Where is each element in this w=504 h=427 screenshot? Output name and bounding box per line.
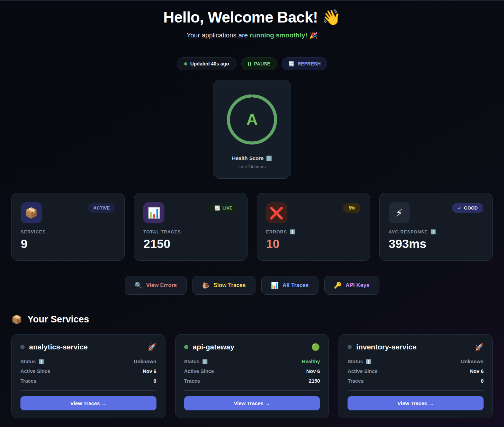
stat-label-avg-response: AVG RESPONSE ℹ️ — [389, 229, 483, 234]
status-value: Unknown — [461, 359, 484, 364]
health-score-label: Health Score — [232, 155, 264, 161]
all-traces-label: All Traces — [282, 282, 309, 288]
stat-label-services: SERVICES — [21, 229, 115, 234]
status-label: Status — [184, 359, 199, 364]
page-title: Hello, Welcome Back! 👋 — [11, 8, 493, 26]
service-status-row: Statusℹ️ Unknown — [348, 359, 484, 364]
service-status-row: Statusℹ️ Healthy — [184, 359, 320, 364]
bar-chart-icon: 📊 — [271, 282, 279, 289]
divider — [20, 390, 156, 391]
view-traces-button[interactable]: View Traces → — [348, 396, 484, 410]
live-badge-label: LIVE — [223, 205, 233, 211]
subtitle-highlight: running smoothly! — [250, 32, 307, 39]
stat-card-services: 📦 ACTIVE SERVICES 9 — [11, 193, 125, 261]
traces-value: 0 — [154, 378, 156, 384]
active-badge: ACTIVE — [88, 203, 116, 213]
pause-button[interactable]: PAUSE — [241, 57, 277, 70]
status-key: Statusℹ️ — [348, 359, 371, 364]
service-traces-row: Traces 0 — [20, 378, 156, 384]
updated-dot-icon — [184, 62, 187, 65]
view-traces-button[interactable]: View Traces → — [184, 396, 320, 410]
service-status-row: Statusℹ️ Unknown — [20, 359, 156, 364]
package-icon: 📦 — [11, 314, 22, 324]
page-subtitle: Your applications are running smoothly! … — [11, 31, 493, 39]
info-icon[interactable]: ℹ️ — [202, 359, 208, 364]
traces-label: Traces — [20, 378, 36, 384]
active-since-value: Nov 6 — [143, 368, 156, 374]
service-active-since-row: Active Since Nov 6 — [20, 368, 156, 374]
stat-card-errors: ❌ 5% ERRORS ℹ️ 10 — [257, 193, 370, 261]
active-since-label: Active Since — [184, 368, 214, 374]
stat-label-text: TOTAL TRACES — [143, 229, 181, 234]
service-card-header: api-gateway 🟢 — [184, 343, 320, 351]
traces-value: 0 — [481, 378, 484, 384]
service-traces-row: Traces 0 — [348, 378, 484, 384]
info-icon[interactable]: ℹ️ — [430, 229, 436, 234]
green-circle-icon: 🟢 — [311, 343, 320, 351]
health-period: Last 24 hours — [238, 164, 266, 169]
error-rate-badge: 5% — [343, 203, 361, 213]
info-icon[interactable]: ℹ️ — [290, 229, 295, 234]
health-score-card: A Health Score ℹ️ Last 24 hours — [213, 80, 291, 179]
status-label: Status — [20, 359, 36, 364]
stat-label-text: ERRORS — [266, 229, 287, 234]
traces-label: Traces — [184, 378, 200, 384]
slow-traces-label: Slow Traces — [214, 282, 246, 288]
stat-top-row: 📦 ACTIVE — [21, 202, 115, 223]
status-value: Healthy — [302, 359, 320, 364]
dashboard-page: Hello, Welcome Back! 👋 Your applications… — [0, 1, 504, 418]
rocket-icon: 🚀 — [148, 343, 156, 351]
snail-icon: 🐌 — [202, 282, 210, 289]
hero-header: Hello, Welcome Back! 👋 Your applications… — [11, 1, 493, 39]
status-value: Unknown — [134, 359, 156, 364]
info-icon[interactable]: ℹ️ — [366, 359, 371, 364]
active-since-value: Nov 6 — [306, 368, 320, 374]
health-grade: A — [226, 94, 278, 145]
stat-label-text: AVG RESPONSE — [389, 229, 428, 234]
magnifier-icon: 🔍 — [135, 282, 142, 289]
service-card-header: analytics-service 🚀 — [20, 343, 156, 351]
refresh-button[interactable]: 🔄 REFRESH — [282, 57, 327, 70]
package-icon: 📦 — [21, 202, 42, 223]
service-card-analytics-service: analytics-service 🚀 Statusℹ️ Unknown Act… — [11, 334, 165, 418]
service-name: inventory-service — [356, 343, 470, 351]
bar-chart-icon: 📊 — [143, 202, 164, 223]
cross-mark-icon: ❌ — [266, 202, 287, 223]
active-since-value: Nov 6 — [470, 368, 484, 374]
party-icon: 🎉 — [307, 32, 317, 39]
info-icon[interactable]: ℹ️ — [266, 155, 272, 161]
stat-label-total-traces: TOTAL TRACES — [143, 229, 238, 234]
services-grid: analytics-service 🚀 Statusℹ️ Unknown Act… — [11, 334, 493, 418]
traces-value: 2150 — [309, 378, 320, 384]
status-bar: Updated 40s ago PAUSE 🔄 REFRESH — [11, 57, 493, 70]
services-section-header: 📦 Your Services — [11, 314, 493, 325]
stats-grid: 📦 ACTIVE SERVICES 9 📊 📈LIVE TOTAL TRACES… — [11, 193, 493, 261]
divider — [184, 390, 320, 391]
active-since-label: Active Since — [20, 368, 50, 374]
all-traces-button[interactable]: 📊 All Traces — [261, 276, 318, 295]
stat-label-text: SERVICES — [21, 229, 46, 234]
stat-value-total-traces: 2150 — [143, 237, 238, 251]
view-traces-button[interactable]: View Traces → — [20, 396, 156, 410]
pause-label: PAUSE — [254, 61, 270, 66]
last-updated-text: Updated 40s ago — [190, 61, 229, 66]
service-active-since-row: Active Since Nov 6 — [348, 368, 484, 374]
health-score-section: A Health Score ℹ️ Last 24 hours — [11, 80, 493, 179]
info-icon[interactable]: ℹ️ — [38, 359, 44, 364]
traces-label: Traces — [348, 378, 363, 384]
service-traces-row: Traces 2150 — [184, 378, 320, 384]
stat-value-services: 9 — [21, 237, 115, 251]
status-key: Statusℹ️ — [20, 359, 44, 364]
service-status-dot — [348, 345, 352, 349]
subtitle-prefix: Your applications are — [187, 32, 250, 39]
last-updated-chip: Updated 40s ago — [177, 57, 236, 70]
good-badge: ✓GOOD — [452, 203, 483, 213]
stat-top-row: ⚡ ✓GOOD — [389, 202, 483, 223]
rocket-icon: 🚀 — [475, 343, 484, 351]
view-errors-button[interactable]: 🔍 View Errors — [125, 276, 187, 295]
stat-top-row: 📊 📈LIVE — [143, 202, 238, 223]
health-score-label-row: Health Score ℹ️ — [232, 155, 272, 161]
api-keys-button[interactable]: 🔑 API Keys — [324, 276, 379, 295]
pause-icon — [248, 62, 251, 66]
slow-traces-button[interactable]: 🐌 Slow Traces — [192, 276, 255, 295]
